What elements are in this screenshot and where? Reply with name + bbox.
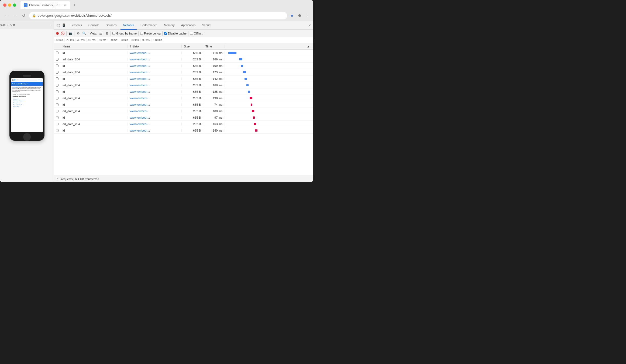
toolbar-divider-3 bbox=[88, 31, 88, 36]
row-waterfall bbox=[225, 123, 313, 125]
row-size: 635 B bbox=[182, 129, 203, 132]
header-time-col[interactable]: Time bbox=[203, 45, 225, 48]
header-initiator-col[interactable]: Initiator bbox=[128, 45, 182, 48]
group-by-frame-checkbox[interactable]: Group by frame bbox=[112, 32, 137, 35]
row-checkbox[interactable] bbox=[54, 51, 60, 54]
row-checkbox[interactable] bbox=[54, 58, 60, 61]
phone-logo: 🔷 bbox=[14, 79, 16, 81]
phone-signin-button[interactable]: SIGN IN bbox=[38, 79, 42, 81]
maximize-traffic-light[interactable] bbox=[13, 4, 16, 7]
table-row[interactable]: ad_data_204 www-embed-... 282 B 198 ms bbox=[54, 95, 313, 101]
filter-button[interactable]: ⚙ bbox=[76, 31, 80, 36]
close-traffic-light[interactable] bbox=[3, 4, 6, 7]
row-checkbox[interactable] bbox=[54, 129, 60, 132]
row-size: 282 B bbox=[182, 84, 203, 87]
waterfall-bar bbox=[255, 129, 257, 132]
toolbar-divider-7 bbox=[188, 31, 188, 36]
record-button[interactable] bbox=[56, 32, 59, 35]
devtools-close-button[interactable]: × bbox=[309, 23, 311, 28]
table-row[interactable]: ad_data_204 www-embed-... 282 B 168 ms bbox=[54, 82, 313, 88]
timeline-60ms: 60 ms bbox=[108, 39, 119, 42]
new-tab-button[interactable]: + bbox=[71, 2, 78, 8]
waterfall-bar bbox=[250, 97, 252, 99]
tab-memory[interactable]: Memory bbox=[161, 21, 177, 30]
customize-icon[interactable]: ⋮ bbox=[304, 13, 310, 18]
row-time: 74 ms bbox=[203, 103, 225, 106]
row-checkbox[interactable] bbox=[54, 123, 60, 125]
row-checkbox[interactable] bbox=[54, 110, 60, 112]
devtools-inspect-icon[interactable]: ⬚ bbox=[56, 23, 60, 28]
bookmark-star-icon[interactable]: ★ bbox=[289, 13, 295, 18]
row-size: 282 B bbox=[182, 122, 203, 126]
minimize-traffic-light[interactable] bbox=[8, 4, 11, 7]
table-row[interactable]: id www-embed-... 635 B 118 ms bbox=[54, 50, 313, 56]
waterfall-bar bbox=[241, 65, 243, 67]
table-row[interactable]: ad_data_204 www-embed-... 282 B 163 ms bbox=[54, 121, 313, 127]
list-view-icon[interactable]: ☰ bbox=[99, 31, 103, 36]
row-initiator: www-embed-... bbox=[128, 103, 182, 106]
url-bar[interactable]: 🔒 developers.google.com/web/tools/chrome… bbox=[29, 12, 287, 19]
refresh-button[interactable]: ↺ bbox=[20, 12, 27, 19]
preserve-log-checkbox[interactable]: Preserve log bbox=[140, 32, 161, 35]
row-size: 635 B bbox=[182, 116, 203, 119]
clear-button[interactable]: 🚫 bbox=[60, 31, 65, 36]
tab-network[interactable]: Network bbox=[121, 21, 137, 30]
header-name-col[interactable]: Name bbox=[60, 45, 128, 48]
header-size-col[interactable]: Size bbox=[182, 45, 203, 48]
row-checkbox[interactable] bbox=[54, 64, 60, 67]
dimension-bar: 320 × 568 ⋮ bbox=[0, 21, 54, 29]
active-tab[interactable]: C Chrome DevTools | Tools for W × bbox=[20, 1, 70, 9]
table-row[interactable]: ad_data_204 www-embed-... 282 B 180 ms bbox=[54, 108, 313, 114]
row-time: 118 ms bbox=[203, 51, 225, 54]
row-checkbox[interactable] bbox=[54, 97, 60, 99]
row-waterfall bbox=[225, 84, 313, 86]
url-text: developers.google.com/web/tools/chrome-d… bbox=[38, 14, 111, 18]
phone-home-button[interactable] bbox=[23, 133, 31, 141]
phone-menu-item-more: ... bbox=[12, 108, 42, 109]
timeline-10ms: 10 ms bbox=[54, 39, 65, 42]
search-button[interactable]: 🔍 bbox=[82, 31, 86, 36]
row-name: id bbox=[60, 64, 128, 67]
table-row[interactable]: id www-embed-... 635 B 109 ms bbox=[54, 63, 313, 69]
phone-nav-header: ☰ 🔷 Web SIGN IN bbox=[11, 78, 43, 82]
table-row[interactable]: id www-embed-... 635 B 142 ms bbox=[54, 75, 313, 82]
row-checkbox[interactable] bbox=[54, 103, 60, 106]
grid-view-icon[interactable]: ⊞ bbox=[105, 31, 109, 36]
waterfall-bar bbox=[254, 123, 256, 125]
row-checkbox[interactable] bbox=[54, 71, 60, 74]
table-row[interactable]: id www-embed-... 635 B 97 ms bbox=[54, 114, 313, 121]
devtools-device-icon[interactable]: 📱 bbox=[61, 23, 66, 28]
table-row[interactable]: id www-embed-... 635 B 125 ms bbox=[54, 88, 313, 95]
phone-menu-item-device: Device Mode bbox=[12, 106, 42, 108]
timeline-40ms: 40 ms bbox=[87, 39, 97, 42]
row-checkbox[interactable] bbox=[54, 77, 60, 80]
forward-button[interactable]: → bbox=[12, 12, 18, 19]
disable-cache-checkbox[interactable]: Disable cache bbox=[164, 32, 187, 35]
tab-application[interactable]: Application bbox=[178, 21, 198, 30]
table-row[interactable]: id www-embed-... 635 B 74 ms bbox=[54, 101, 313, 108]
table-row[interactable]: ad_data_204 www-embed-... 282 B 173 ms bbox=[54, 69, 313, 75]
tab-console[interactable]: Console bbox=[86, 21, 102, 30]
header-waterfall-col[interactable]: ▲ bbox=[225, 45, 313, 48]
back-button[interactable]: ← bbox=[3, 12, 10, 19]
waterfall-bar bbox=[243, 71, 246, 73]
table-row[interactable]: id www-embed-... 635 B 140 ms bbox=[54, 127, 313, 134]
tab-elements[interactable]: Elements bbox=[67, 21, 85, 30]
tab-sources[interactable]: Sources bbox=[103, 21, 119, 30]
dimension-more-options[interactable]: ⋮ bbox=[49, 23, 51, 27]
row-checkbox[interactable] bbox=[54, 116, 60, 119]
main-content: 320 × 568 ⋮ ☰ 🔷 Web SIGN IN Tools fo bbox=[0, 21, 313, 182]
tab-close-button[interactable]: × bbox=[63, 3, 67, 7]
row-checkbox[interactable] bbox=[54, 90, 60, 93]
tab-security[interactable]: Securit bbox=[199, 21, 214, 30]
offline-checkbox[interactable]: Offlin... bbox=[190, 32, 203, 35]
table-row[interactable]: ad_data_204 www-embed-... 282 B 166 ms bbox=[54, 56, 313, 63]
tab-performance[interactable]: Performance bbox=[138, 21, 160, 30]
row-checkbox[interactable] bbox=[54, 84, 60, 87]
timeline-90ms: 90 ms bbox=[141, 39, 152, 42]
row-size: 282 B bbox=[182, 71, 203, 74]
timeline-50ms: 50 ms bbox=[97, 39, 108, 42]
row-waterfall bbox=[225, 71, 313, 73]
camera-button[interactable]: 📷 bbox=[68, 31, 73, 36]
extensions-icon[interactable]: ⚙ bbox=[297, 13, 302, 18]
